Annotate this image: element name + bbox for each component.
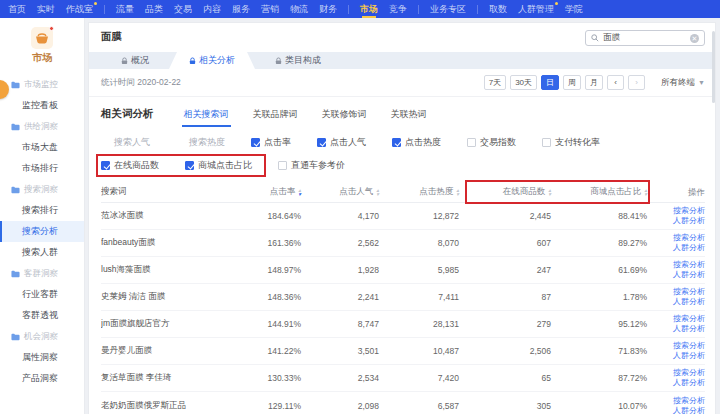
- nav-item-marketing[interactable]: 营销: [261, 0, 279, 18]
- annotation-red-box-filters: 在线商品数 商城点击占比: [101, 159, 278, 172]
- nav-item-competition[interactable]: 竞争: [389, 0, 407, 18]
- subtab-related-search-words[interactable]: 相关搜索词: [184, 108, 229, 127]
- checkbox-unchecked[interactable]: [278, 161, 287, 170]
- subtab-related-brand-words[interactable]: 关联品牌词: [253, 108, 298, 127]
- search-analysis-link[interactable]: 搜索分析: [673, 206, 705, 216]
- audience-analysis-link[interactable]: 人群分析: [673, 243, 705, 253]
- filter-click-heat[interactable]: 点击热度: [392, 136, 441, 149]
- checkbox-unchecked[interactable]: [467, 138, 476, 147]
- checkbox-unchecked[interactable]: [542, 138, 551, 147]
- sidebar-item-customer-perspective[interactable]: 客群透视: [0, 305, 84, 326]
- search-analysis-link[interactable]: 搜索分析: [673, 341, 705, 351]
- nav-item-home[interactable]: 首页: [8, 0, 26, 18]
- search-analysis-link[interactable]: 搜索分析: [673, 260, 705, 270]
- cell-click-heat: 10,487: [379, 346, 459, 356]
- terminal-select[interactable]: 所有终端 ▼: [661, 77, 705, 89]
- tab-category-composition[interactable]: 类目构成: [255, 52, 341, 69]
- column-header-click-rate[interactable]: 点击率▴▾: [229, 186, 301, 198]
- nav-item-trade[interactable]: 交易: [174, 0, 192, 18]
- range-30d-button[interactable]: 30天: [510, 75, 537, 90]
- filter-click-popularity[interactable]: 点击人气: [317, 136, 366, 149]
- audience-analysis-link[interactable]: 人群分析: [673, 216, 705, 226]
- column-header-mall-click-share[interactable]: 商城点击占比▴▾: [551, 186, 647, 198]
- nav-item-business-zone[interactable]: 业务专区: [430, 0, 466, 18]
- search-analysis-link[interactable]: 搜索分析: [673, 287, 705, 297]
- tab-overview[interactable]: 概况: [101, 52, 169, 69]
- range-7d-button[interactable]: 7天: [484, 75, 506, 90]
- audience-analysis-link[interactable]: 人群分析: [673, 270, 705, 280]
- clear-search-icon[interactable]: ✕: [690, 34, 699, 43]
- search-analysis-link[interactable]: 搜索分析: [673, 233, 705, 243]
- sort-icon[interactable]: ▴▾: [644, 188, 647, 196]
- subtab-related-hot-words[interactable]: 关联热词: [391, 108, 427, 127]
- keyword-search-box[interactable]: 面膜 ✕: [585, 30, 705, 46]
- sidebar-item-search-ranking[interactable]: 搜索排行: [0, 200, 84, 221]
- nav-item-realtime[interactable]: 实时: [37, 0, 55, 18]
- nav-item-service[interactable]: 服务: [232, 0, 250, 18]
- search-analysis-link[interactable]: 搜索分析: [673, 396, 705, 406]
- nav-item-content[interactable]: 内容: [203, 0, 221, 18]
- search-input[interactable]: 面膜: [603, 32, 686, 44]
- tab-overview-label: 概况: [131, 54, 149, 67]
- prev-date-button[interactable]: ‹: [607, 75, 624, 90]
- subtab-related-modifier-words[interactable]: 关联修饰词: [322, 108, 367, 127]
- checkbox-checked[interactable]: [101, 161, 110, 170]
- checkbox-checked[interactable]: [251, 138, 260, 147]
- cell-keyword[interactable]: 史莱姆 清洁 面膜: [101, 291, 229, 303]
- cell-keyword[interactable]: 曼丹婴儿面膜: [101, 345, 229, 357]
- granularity-week-button[interactable]: 周: [563, 75, 581, 90]
- audience-analysis-link[interactable]: 人群分析: [673, 351, 705, 361]
- cell-keyword[interactable]: fanbeauty面膜: [101, 237, 229, 249]
- nav-item-logistics[interactable]: 物流: [290, 0, 308, 18]
- sidebar-item-attribute-insight[interactable]: 属性洞察: [0, 347, 84, 368]
- sidebar-item-industry-customers[interactable]: 行业客群: [0, 284, 84, 305]
- nav-item-market[interactable]: 市场: [360, 0, 378, 18]
- sidebar-item-market-ranking[interactable]: 市场排行: [0, 158, 84, 179]
- search-analysis-link[interactable]: 搜索分析: [673, 368, 705, 378]
- cell-keyword[interactable]: 老奶奶面膜俄罗斯正品: [101, 400, 229, 412]
- filter-mall-click-share[interactable]: 商城点击占比: [185, 159, 252, 172]
- column-header-click-heat[interactable]: 点击热度▴▾: [379, 186, 459, 198]
- sidebar-item-monitor-board[interactable]: 监控看板: [0, 95, 84, 116]
- cell-keyword[interactable]: 范冰冰面膜: [101, 210, 229, 222]
- nav-item-finance[interactable]: 财务: [319, 0, 337, 18]
- cell-online-items: 279: [459, 319, 551, 329]
- cell-keyword[interactable]: jm面膜旗舰店官方: [101, 318, 229, 330]
- lock-icon: [121, 57, 128, 65]
- nav-item-traffic[interactable]: 流量: [116, 0, 134, 18]
- column-header-click-popularity[interactable]: 点击人气▴▾: [301, 186, 379, 198]
- nav-item-academy[interactable]: 学院: [565, 0, 583, 18]
- nav-item-audience-mgmt[interactable]: 人群管理: [518, 0, 554, 18]
- sidebar-item-market-overview[interactable]: 市场大盘: [0, 137, 84, 158]
- search-analysis-link[interactable]: 搜索分析: [673, 314, 705, 324]
- checkbox-checked[interactable]: [392, 138, 401, 147]
- cell-keyword[interactable]: lush海藻面膜: [101, 264, 229, 276]
- filter-click-rate[interactable]: 点击率: [251, 136, 291, 149]
- filter-trade-index[interactable]: 交易指数: [467, 136, 516, 149]
- column-header-actions: 操作: [647, 187, 705, 197]
- granularity-day-button[interactable]: 日: [541, 75, 559, 90]
- nav-item-data-fetch[interactable]: 取数: [489, 0, 507, 18]
- nav-divider: [104, 5, 105, 14]
- next-date-button[interactable]: ›: [628, 75, 645, 90]
- column-header-online-items[interactable]: 在线商品数▴▾: [459, 186, 551, 198]
- table-row: lush海藻面膜 148.97% 1,928 5,985 247 61.69% …: [101, 257, 705, 284]
- audience-analysis-link[interactable]: 人群分析: [673, 406, 705, 414]
- sidebar-item-product-insight[interactable]: 产品洞察: [0, 368, 84, 389]
- nav-item-warroom[interactable]: 作战室: [66, 0, 93, 18]
- cell-keyword[interactable]: 复活草面膜 李佳琦: [101, 372, 229, 384]
- filter-ztc-reference-price[interactable]: 直通车参考价: [278, 159, 345, 172]
- checkbox-checked[interactable]: [185, 161, 194, 170]
- filter-online-items[interactable]: 在线商品数: [101, 159, 159, 172]
- audience-analysis-link[interactable]: 人群分析: [673, 324, 705, 334]
- sidebar-item-search-audience[interactable]: 搜索人群: [0, 242, 84, 263]
- audience-analysis-link[interactable]: 人群分析: [673, 378, 705, 388]
- granularity-month-button[interactable]: 月: [585, 75, 603, 90]
- tab-related-analysis[interactable]: 相关分析: [169, 52, 255, 69]
- filter-payment-conversion[interactable]: 支付转化率: [542, 136, 600, 149]
- checkbox-checked[interactable]: [317, 138, 326, 147]
- audience-analysis-link[interactable]: 人群分析: [673, 297, 705, 307]
- nav-item-category[interactable]: 品类: [145, 0, 163, 18]
- scrollbar[interactable]: [712, 31, 715, 103]
- sidebar-item-search-analysis[interactable]: 搜索分析: [0, 221, 84, 242]
